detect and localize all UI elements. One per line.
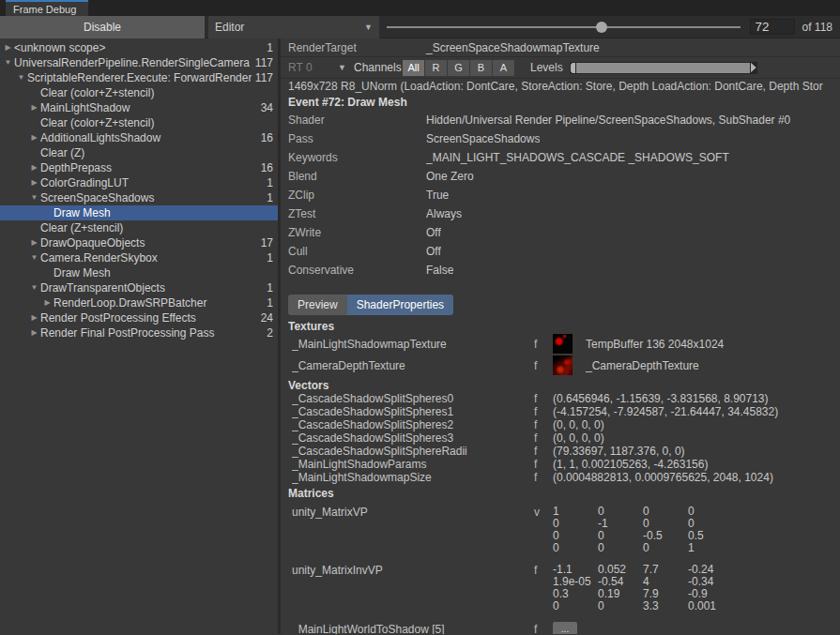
texture-value: _CameraDepthTexture (586, 359, 699, 372)
foldout-expanded-icon[interactable]: ▼ (28, 250, 40, 265)
tab-shader-properties-label: ShaderProperties (357, 298, 444, 311)
tree-item-count: 117 (252, 70, 278, 85)
render-target-label: RenderTarget (288, 41, 426, 54)
frame-slider-thumb[interactable] (596, 22, 607, 33)
tree-item-count: 117 (252, 55, 278, 70)
matrix-block: unity_MatrixInvVPf-1.10.0527.7-0.241.9e-… (281, 564, 840, 612)
property-name: _MainLightWorldToShadow [5] (292, 623, 534, 634)
matrix-cell: 3.3 (643, 600, 688, 612)
foldout-expanded-icon[interactable]: ▼ (28, 190, 40, 205)
vector-value: (0, 0, 0, 0) (553, 431, 604, 445)
tree-item[interactable]: ▶DrawOpaqueObjects17 (0, 235, 278, 250)
property-flag: f (534, 418, 553, 431)
event-details-list: ShaderHidden/Universal Render Pipeline/S… (281, 111, 840, 280)
tree-item-count: 16 (257, 130, 278, 145)
tree-item[interactable]: Clear (color+Z+stencil) (0, 85, 278, 100)
tab-frame-debug[interactable]: Frame Debug (6, 0, 88, 16)
target-dropdown[interactable]: Editor ▼ (208, 16, 379, 38)
tree-item[interactable]: Draw Mesh (0, 205, 278, 220)
levels-max-handle[interactable] (751, 63, 756, 73)
frame-slider[interactable] (387, 16, 741, 38)
property-flag: f (534, 338, 553, 351)
property-name: unity_MatrixVP (292, 506, 534, 554)
tree-item[interactable]: ▼UniversalRenderPipeline.RenderSingleCam… (0, 55, 278, 70)
tree-item[interactable]: ▶Render PostProcessing Effects24 (0, 310, 278, 325)
foldout-collapsed-icon[interactable]: ▶ (2, 40, 14, 55)
detail-label: ZClip (288, 189, 426, 202)
tree-item[interactable]: Draw Mesh (0, 265, 278, 280)
tree-item-count: 1 (259, 280, 278, 295)
foldout-collapsed-icon[interactable]: ▶ (41, 295, 53, 310)
tree-item[interactable]: ▶DepthPrepass16 (0, 160, 278, 175)
foldout-expanded-icon[interactable]: ▼ (2, 55, 14, 70)
texture-thumbnail[interactable] (553, 355, 573, 375)
event-title: Event #72: Draw Mesh (281, 95, 840, 111)
vector-value: (1, 1, 0.002105263, -4.263156) (553, 458, 708, 471)
property-flag: v (534, 506, 553, 554)
render-target-value: _ScreenSpaceShadowmapTexture (426, 41, 600, 54)
texture-thumbnail[interactable] (553, 334, 573, 354)
foldout-collapsed-icon[interactable]: ▶ (28, 235, 40, 250)
tree-item[interactable]: Clear (Z) (0, 145, 278, 160)
property-flag: f (534, 405, 553, 418)
detail-label: Conservative (288, 264, 426, 277)
tree-item[interactable]: ▶Render Final PostProcessing Pass2 (0, 325, 278, 340)
vectors-list: _CascadeShadowSplitSpheres0f(0.6456946, … (281, 392, 840, 484)
tree-item-label: <unknown scope> (14, 40, 259, 55)
tree-item[interactable]: ▶MainLightShadow34 (0, 100, 278, 115)
tree-item[interactable]: Clear (color+Z+stencil) (0, 115, 278, 130)
tab-shader-properties[interactable]: ShaderProperties (347, 295, 453, 315)
render-target-info: 1469x728 R8_UNorm (LoadAction: DontCare,… (281, 79, 840, 95)
tree-item[interactable]: ▼ScriptableRenderer.Execute: ForwardRend… (0, 70, 278, 85)
event-tree: ▶<unknown scope>1▼UniversalRenderPipelin… (0, 38, 281, 634)
window-tab-bar: Frame Debug (0, 0, 840, 16)
property-name: _CascadeShadowSplitSpheres1 (292, 405, 534, 418)
detail-value: Off (426, 226, 441, 239)
tree-item-count: 1 (259, 295, 278, 310)
tree-item[interactable]: ▶RenderLoop.DrawSRPBatcher1 (0, 295, 278, 310)
channel-button-a[interactable]: A (493, 60, 514, 76)
foldout-collapsed-icon[interactable]: ▶ (28, 325, 40, 340)
matrix-cell: 0.3 (553, 588, 598, 600)
property-name: _CameraDepthTexture (292, 359, 534, 372)
expand-matrix-button[interactable]: ... (553, 622, 577, 634)
foldout-collapsed-icon[interactable]: ▶ (28, 160, 40, 175)
tree-item-label: ScreenSpaceShadows (40, 190, 259, 205)
foldout-collapsed-icon[interactable]: ▶ (28, 175, 40, 190)
levels-min-handle[interactable] (571, 63, 575, 73)
foldout-expanded-icon[interactable]: ▼ (28, 280, 40, 295)
levels-slider[interactable] (570, 62, 757, 74)
textures-list: _MainLightShadowmapTexturefTempBuffer 13… (281, 333, 840, 376)
property-flag: f (534, 359, 553, 372)
render-target-row: RenderTarget _ScreenSpaceShadowmapTextur… (281, 38, 840, 57)
frame-total-label: of 118 (802, 21, 832, 34)
foldout-expanded-icon[interactable]: ▼ (15, 70, 27, 85)
tree-item[interactable]: Clear (Z+stencil) (0, 220, 278, 235)
tab-preview[interactable]: Preview (288, 295, 347, 315)
matrix-cell: 1 (688, 542, 733, 554)
foldout-collapsed-icon[interactable]: ▶ (28, 130, 40, 145)
tree-item[interactable]: ▼ScreenSpaceShadows1 (0, 190, 278, 205)
tree-item[interactable]: ▼DrawTransparentObjects1 (0, 280, 278, 295)
channel-button-all[interactable]: All (403, 60, 424, 76)
disable-button-label: Disable (84, 21, 121, 34)
foldout-collapsed-icon[interactable]: ▶ (28, 310, 40, 325)
event-detail-panel: RenderTarget _ScreenSpaceShadowmapTextur… (281, 38, 840, 634)
tree-item[interactable]: ▶<unknown scope>1 (0, 40, 278, 55)
foldout-collapsed-icon[interactable]: ▶ (28, 100, 40, 115)
tree-item[interactable]: ▼Camera.RenderSkybox1 (0, 250, 278, 265)
disable-button[interactable]: Disable (0, 16, 205, 38)
frame-slider-track[interactable] (387, 26, 741, 28)
frame-number-input[interactable] (750, 19, 795, 35)
vector-value: (0, 0, 0, 0) (553, 418, 604, 431)
tree-item-count: 17 (257, 235, 278, 250)
channel-button-g[interactable]: G (448, 60, 469, 76)
tree-item[interactable]: ▶AdditionalLightsShadow16 (0, 130, 278, 145)
tree-item-label: ScriptableRenderer.Execute: ForwardRende… (27, 70, 252, 85)
detail-tabs: Preview ShaderProperties (288, 295, 832, 315)
channel-button-r[interactable]: R (425, 60, 447, 76)
tree-item[interactable]: ▶ColorGradingLUT1 (0, 175, 278, 190)
detail-value: True (426, 189, 449, 202)
channel-button-b[interactable]: B (470, 60, 492, 76)
rt-index-dropdown[interactable]: RT 0 ▼ (288, 61, 346, 74)
